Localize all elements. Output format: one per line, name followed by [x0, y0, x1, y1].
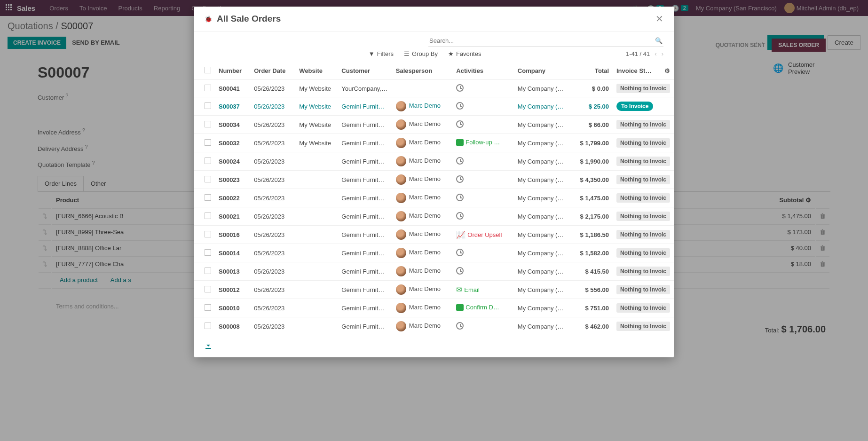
- clock-icon[interactable]: [456, 322, 464, 330]
- cell-salesperson: Marc Demo: [392, 262, 452, 281]
- col-order-date[interactable]: Order Date: [250, 62, 295, 80]
- table-row[interactable]: S00013 05/26/2023 Gemini Furnit… Marc De…: [194, 262, 674, 281]
- salesperson-name: Marc Demo: [409, 230, 441, 237]
- activity-badge[interactable]: ✉Email: [456, 285, 480, 294]
- col-company[interactable]: Company: [514, 62, 570, 80]
- table-row[interactable]: S00037 05/26/2023 My Website Gemini Furn…: [194, 97, 674, 116]
- clock-icon[interactable]: [456, 120, 464, 128]
- avatar-icon: [396, 156, 406, 166]
- table-row[interactable]: S00012 05/26/2023 Gemini Furnit… Marc De…: [194, 281, 674, 299]
- col-invoice-status[interactable]: Invoice St… ⚙: [613, 62, 674, 80]
- avatar-icon: [396, 119, 406, 130]
- cell-customer: Gemini Furnit…: [338, 281, 392, 299]
- table-row[interactable]: S00014 05/26/2023 Gemini Furnit… Marc De…: [194, 244, 674, 262]
- col-salesperson[interactable]: Salesperson: [392, 62, 452, 80]
- cell-salesperson: Marc Demo: [392, 97, 452, 116]
- avatar-icon: [396, 193, 406, 203]
- activity-badge[interactable]: Confirm D…: [456, 304, 499, 311]
- table-row[interactable]: S00016 05/26/2023 Gemini Furnit… Marc De…: [194, 226, 674, 244]
- row-checkbox[interactable]: [205, 121, 211, 127]
- cell-salesperson: Marc Demo: [392, 116, 452, 134]
- row-checkbox[interactable]: [205, 286, 211, 292]
- pager-next-icon[interactable]: ›: [662, 50, 663, 57]
- salesperson-name: Marc Demo: [409, 212, 441, 219]
- table-row[interactable]: S00023 05/26/2023 Gemini Furnit… Marc De…: [194, 171, 674, 189]
- cell-activities: Follow-up …: [452, 134, 514, 152]
- search-input[interactable]: [429, 37, 655, 44]
- cell-date: 05/26/2023: [250, 189, 295, 207]
- table-row[interactable]: S00034 05/26/2023 My Website Gemini Furn…: [194, 116, 674, 134]
- download-icon[interactable]: [194, 335, 674, 354]
- list-icon: [456, 304, 464, 311]
- row-checkbox[interactable]: [205, 213, 211, 219]
- cell-date: 05/26/2023: [250, 226, 295, 244]
- row-checkbox[interactable]: [205, 268, 211, 274]
- clock-icon[interactable]: [456, 267, 464, 275]
- table-row[interactable]: S00041 05/26/2023 My Website YourCompany…: [194, 80, 674, 97]
- cell-website: My Website: [295, 134, 338, 152]
- table-row[interactable]: S00022 05/26/2023 Gemini Furnit… Marc De…: [194, 189, 674, 207]
- table-row[interactable]: S00024 05/26/2023 Gemini Furnit… Marc De…: [194, 152, 674, 171]
- cell-number: S00022: [215, 189, 250, 207]
- cell-total: $ 4,350.00: [570, 171, 613, 189]
- cell-website: [295, 281, 338, 299]
- row-checkbox[interactable]: [205, 194, 211, 201]
- cell-customer: Gemini Furnit…: [338, 207, 392, 226]
- cell-website: [295, 189, 338, 207]
- cell-salesperson: Marc Demo: [392, 281, 452, 299]
- bug-icon[interactable]: 🐞: [205, 16, 212, 23]
- activity-badge[interactable]: 📈Order Upsell: [456, 230, 502, 239]
- groupby-button[interactable]: ☰Group By: [404, 50, 438, 57]
- col-customer[interactable]: Customer: [338, 62, 392, 80]
- row-checkbox[interactable]: [205, 158, 211, 164]
- cell-customer: Gemini Furnit…: [338, 171, 392, 189]
- clock-icon[interactable]: [456, 249, 464, 256]
- row-checkbox[interactable]: [205, 102, 211, 109]
- col-total[interactable]: Total: [570, 62, 613, 80]
- clock-icon[interactable]: [456, 175, 464, 183]
- search-icon[interactable]: 🔍: [655, 37, 663, 44]
- row-checkbox[interactable]: [205, 139, 211, 146]
- cell-date: 05/26/2023: [250, 281, 295, 299]
- table-row[interactable]: S00008 05/26/2023 Gemini Furnit… Marc De…: [194, 317, 674, 336]
- clock-icon[interactable]: [456, 194, 464, 201]
- clock-icon[interactable]: [456, 84, 464, 92]
- cell-invoice-status: Nothing to Invoic: [613, 134, 674, 152]
- cell-website: [295, 317, 338, 336]
- clock-icon[interactable]: [456, 212, 464, 220]
- clock-icon[interactable]: [456, 102, 464, 110]
- salesperson-name: Marc Demo: [409, 175, 441, 182]
- row-checkbox[interactable]: [205, 176, 211, 182]
- close-icon[interactable]: ✕: [655, 13, 663, 24]
- row-checkbox[interactable]: [205, 231, 211, 237]
- col-activities[interactable]: Activities: [452, 62, 514, 80]
- cell-number: S00013: [215, 262, 250, 281]
- cell-invoice-status: Nothing to Invoic: [613, 171, 674, 189]
- table-row[interactable]: S00032 05/26/2023 My Website Gemini Furn…: [194, 134, 674, 152]
- clock-icon[interactable]: [456, 157, 464, 165]
- activity-badge[interactable]: Follow-up …: [456, 139, 500, 146]
- cell-number: S00032: [215, 134, 250, 152]
- row-checkbox[interactable]: [205, 249, 211, 256]
- salesperson-name: Marc Demo: [409, 120, 441, 127]
- pager-prev-icon[interactable]: ‹: [655, 50, 656, 57]
- status-badge: Nothing to Invoic: [616, 138, 670, 148]
- row-checkbox[interactable]: [205, 85, 211, 91]
- pager-text[interactable]: 1-41 / 41: [626, 50, 650, 57]
- cell-customer: Gemini Furnit…: [338, 299, 392, 317]
- select-all-checkbox[interactable]: [205, 67, 211, 73]
- status-badge: Nothing to Invoic: [616, 175, 670, 184]
- table-row[interactable]: S00010 05/26/2023 Gemini Furnit… Marc De…: [194, 299, 674, 317]
- cell-total: $ 1,582.00: [570, 244, 613, 262]
- filters-button[interactable]: ▼Filters: [369, 50, 394, 57]
- search-box[interactable]: 🔍: [428, 35, 663, 47]
- table-row[interactable]: S00021 05/26/2023 Gemini Furnit… Marc De…: [194, 207, 674, 226]
- row-checkbox[interactable]: [205, 304, 211, 311]
- favorites-button[interactable]: ★Favorites: [448, 50, 481, 57]
- row-checkbox[interactable]: [205, 323, 211, 329]
- cell-total: $ 1,799.00: [570, 134, 613, 152]
- columns-settings-icon[interactable]: ⚙: [664, 67, 670, 74]
- cell-salesperson: Marc Demo: [392, 189, 452, 207]
- col-website[interactable]: Website: [295, 62, 338, 80]
- col-number[interactable]: Number: [215, 62, 250, 80]
